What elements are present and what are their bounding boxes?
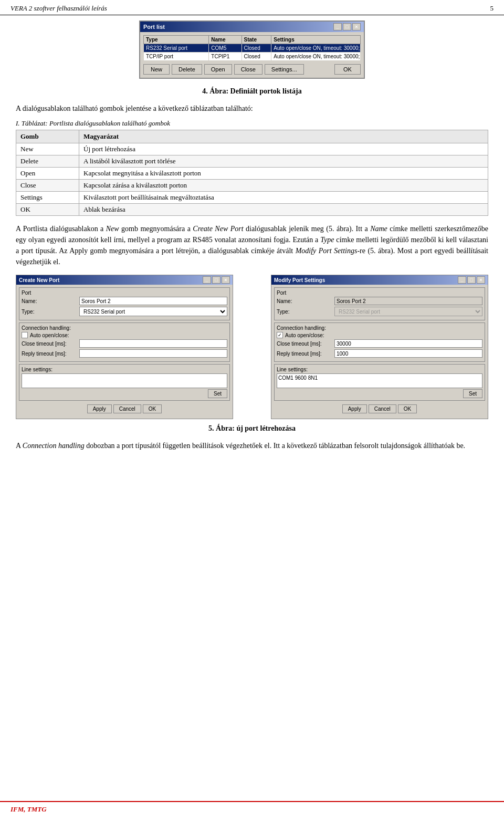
table1-col1-header: Gomb	[16, 130, 79, 143]
col-state: State	[242, 36, 271, 44]
minimize-btn[interactable]: _	[333, 23, 342, 30]
port-list-row: RS232 Serial portCOM5ClosedAuto open/clo…	[144, 44, 361, 53]
modify-close-timeout-input[interactable]	[334, 339, 482, 348]
delete-button[interactable]: Delete	[172, 64, 202, 75]
close-btn[interactable]: ×	[352, 23, 361, 30]
port-list-row: TCP/IP portTCPIP1ClosedAuto open/close O…	[144, 53, 361, 61]
port-list-cell: Auto open/close ON, timeout: 30000; Repl…	[271, 44, 361, 53]
table-row: OpenKapcsolat megnyitása a kiválasztott …	[16, 168, 488, 180]
paragraph1: A Portlista dialógusablakon a New gomb m…	[16, 223, 488, 267]
dialog-button-row: New Delete Open Close Settings... OK	[143, 64, 361, 75]
table-row: CloseKapcsolat zárása a kiválasztott por…	[16, 180, 488, 192]
itt-text: Itt	[274, 442, 280, 450]
create-line-settings-box	[22, 373, 227, 388]
create-cancel-btn[interactable]: Cancel	[113, 404, 141, 413]
port-list-cell: Closed	[242, 44, 271, 53]
figure5-caption: 5. Ábra: új port létrehozása	[16, 424, 488, 433]
modify-type-select[interactable]: RS232 Serial port	[334, 307, 482, 316]
modify-maximize[interactable]: □	[467, 276, 476, 284]
figure5-container: Create New Port _ □ × Port Name: Type:	[16, 275, 488, 419]
open-button[interactable]: Open	[204, 64, 232, 75]
create-name-label: Name:	[22, 298, 79, 304]
table-row: OKAblak bezárása	[16, 204, 488, 216]
header-page-number: 5	[490, 4, 494, 13]
modify-dialog-titlebar: Modify Port Settings _ □ ×	[271, 275, 488, 285]
maximize-btn[interactable]: □	[343, 23, 351, 30]
col-settings: Settings	[271, 36, 361, 44]
table-cell: Settings	[16, 192, 79, 204]
create-minimize[interactable]: _	[203, 276, 211, 284]
create-auto-open-checkbox[interactable]	[22, 332, 28, 338]
modify-type-label: Type:	[277, 309, 334, 315]
modify-auto-open-checkbox[interactable]	[277, 332, 283, 338]
titlebar-buttons: _ □ ×	[333, 23, 361, 30]
create-type-label: Type:	[22, 309, 79, 315]
create-conn-section: Connection handling:	[22, 325, 227, 331]
figure4-caption: 4. Ábra: Definiált portok listája	[16, 87, 488, 96]
modify-port-section: Port	[277, 290, 482, 296]
create-dialog-titlebar: Create New Port _ □ ×	[16, 275, 233, 285]
create-reply-timeout-input[interactable]	[79, 349, 227, 358]
page-footer: IFM, TMTG	[0, 801, 504, 817]
modify-apply-btn[interactable]: Apply	[342, 404, 367, 413]
table-row: DeleteA listából kiválasztott port törlé…	[16, 155, 488, 168]
create-reply-timeout-label: Reply timeout [ms]:	[22, 351, 79, 357]
main-content: Port list _ □ × Type Name State Settings	[0, 20, 504, 467]
modify-close-timeout-row: Close timeout [ms]:	[277, 339, 482, 348]
modify-dialog-title: Modify Port Settings	[274, 277, 325, 283]
create-apply-btn[interactable]: Apply	[87, 404, 112, 413]
port-list-cell: Auto open/close ON, timeout: 30000; Repl…	[271, 53, 361, 61]
close-button[interactable]: Close	[234, 64, 262, 75]
table-cell: A listából kiválasztott port törlése	[79, 155, 488, 168]
create-maximize[interactable]: □	[212, 276, 220, 284]
create-close-timeout-label: Close timeout [ms]:	[22, 341, 79, 347]
create-name-input[interactable]	[79, 297, 227, 305]
modify-dialog-buttons: Apply Cancel OK	[274, 403, 485, 416]
modify-close[interactable]: ×	[477, 276, 485, 284]
table-cell: Kapcsolat megnyitása a kiválasztott port…	[79, 168, 488, 180]
modify-ok-btn[interactable]: OK	[398, 404, 417, 413]
create-line-section: Line settings:	[22, 367, 227, 372]
table1-caption: I. Táblázat: Portlista dialógusablakon t…	[16, 119, 170, 127]
new-button[interactable]: New	[143, 64, 170, 75]
port-list-cell: TCP/IP port	[144, 53, 209, 61]
table-row: NewÚj port létrehozása	[16, 143, 488, 155]
modify-cancel-btn[interactable]: Cancel	[369, 404, 396, 413]
modify-type-row: Type: RS232 Serial port	[277, 307, 482, 316]
create-set-button[interactable]: Set	[208, 389, 227, 398]
page-header: VERA 2 szoftver felhasználói leírás 5	[0, 0, 504, 15]
table1: I. Táblázat: Portlista dialógusablakon t…	[16, 119, 488, 216]
create-new-port-dialog: Create New Port _ □ × Port Name: Type:	[16, 275, 233, 419]
modify-set-button[interactable]: Set	[463, 389, 482, 398]
table-cell: OK	[16, 204, 79, 216]
modify-name-row: Name:	[277, 297, 482, 305]
modify-minimize[interactable]: _	[458, 276, 466, 284]
create-dialog-body: Port Name: Type: RS232 Serial port Conne…	[16, 285, 233, 419]
port-list-cell: Closed	[242, 53, 271, 61]
modify-name-input[interactable]	[334, 297, 482, 305]
create-close[interactable]: ×	[222, 276, 230, 284]
intro-paragraph: A dialógusablakon található gombok jelen…	[16, 103, 488, 114]
port-list-cell: RS232 Serial port	[144, 44, 209, 53]
table-cell: Open	[16, 168, 79, 180]
ok-button[interactable]: OK	[334, 64, 361, 75]
table1-col2-header: Magyarázat	[79, 130, 488, 143]
create-name-row: Name:	[22, 297, 227, 305]
paragraph2: A Connection handling dobozban a port tí…	[16, 440, 488, 451]
create-type-select[interactable]: RS232 Serial port	[79, 307, 227, 316]
table-row: SettingsKiválasztott port beállításainak…	[16, 192, 488, 204]
footer-text: IFM, TMTG	[10, 805, 47, 814]
modify-reply-timeout-label: Reply timeout [ms]:	[277, 351, 334, 357]
create-close-timeout-input[interactable]	[79, 339, 227, 348]
table-cell: Kapcsolat zárása a kiválasztott porton	[79, 180, 488, 192]
table-cell: Close	[16, 180, 79, 192]
create-ok-btn[interactable]: OK	[143, 404, 162, 413]
modify-reply-timeout-row: Reply timeout [ms]:	[277, 349, 482, 358]
port-list-dialog: Port list _ □ × Type Name State Settings	[139, 20, 365, 79]
create-port-section: Port	[22, 290, 227, 296]
modify-line-settings-box: COM1 9600 8N1	[277, 373, 482, 388]
create-type-row: Type: RS232 Serial port	[22, 307, 227, 316]
settings-button[interactable]: Settings...	[265, 64, 304, 75]
create-auto-open-row: Auto open/close:	[22, 332, 227, 338]
modify-reply-timeout-input[interactable]	[334, 349, 482, 358]
